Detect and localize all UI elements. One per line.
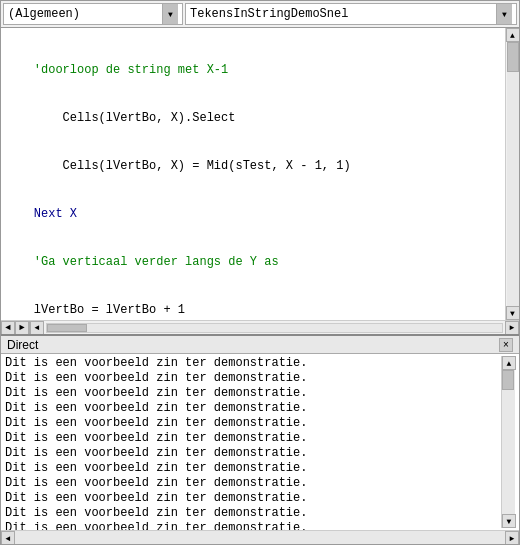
hscroll-thumb[interactable] (47, 324, 87, 332)
main-window: (Algemeen) ▼ TekensInStringDemoSnel ▼ 'd… (0, 0, 520, 545)
code-line: 'Ga verticaal verder langs de Y as (5, 254, 501, 270)
direct-hscroll-track[interactable] (15, 531, 505, 544)
direct-title: Direct (7, 338, 499, 352)
code-line: 'doorloop de string met X-1 (5, 62, 501, 78)
vscroll-track[interactable] (507, 42, 519, 306)
code-scroll-container: 'doorloop de string met X-1 Cells(lVertB… (1, 28, 519, 320)
toolbar: (Algemeen) ▼ TekensInStringDemoSnel ▼ (1, 1, 519, 28)
code-hscrollbar[interactable]: ◄ ► ◄ ► (1, 320, 519, 334)
direct-output-line: Dit is een voorbeeld zin ter demonstrati… (5, 461, 501, 476)
direct-output-line: Dit is een voorbeeld zin ter demonstrati… (5, 476, 501, 491)
code-vscrollbar[interactable]: ▲ ▼ (505, 28, 519, 320)
direct-output-line: Dit is een voorbeeld zin ter demonstrati… (5, 431, 501, 446)
scroll-down-button[interactable]: ▼ (506, 306, 520, 320)
tab-right-button[interactable]: ► (15, 321, 29, 335)
direct-output-line: Dit is een voorbeeld zin ter demonstrati… (5, 386, 501, 401)
code-line: Next X (5, 206, 501, 222)
code-line: lVertBo = lVertBo + 1 (5, 302, 501, 318)
direct-vscroll-thumb[interactable] (502, 370, 514, 390)
direct-scroll-down[interactable]: ▼ (502, 514, 516, 528)
scope-dropdown-value: (Algemeen) (8, 7, 162, 21)
procedure-dropdown[interactable]: TekensInStringDemoSnel ▼ (185, 3, 517, 25)
direct-output-line: Dit is een voorbeeld zin ter demonstrati… (5, 491, 501, 506)
direct-hscrollbar[interactable]: ◄ ► (1, 530, 519, 544)
direct-output-line: Dit is een voorbeeld zin ter demonstrati… (5, 521, 501, 530)
direct-output-line: Dit is een voorbeeld zin ter demonstrati… (5, 371, 501, 386)
direct-output-line: Dit is een voorbeeld zin ter demonstrati… (5, 506, 501, 521)
scope-dropdown[interactable]: (Algemeen) ▼ (3, 3, 183, 25)
direct-panel: Direct × Dit is een voorbeeld zin ter de… (1, 334, 519, 544)
direct-vscrollbar[interactable]: ▲ ▼ (501, 356, 515, 528)
scroll-right-button[interactable]: ► (505, 321, 519, 335)
code-editor: 'doorloop de string met X-1 Cells(lVertB… (1, 28, 519, 334)
procedure-dropdown-arrow[interactable]: ▼ (496, 4, 512, 24)
scroll-left-button[interactable]: ◄ (30, 321, 44, 335)
hscroll-track[interactable] (46, 323, 503, 333)
direct-scroll-right[interactable]: ► (505, 531, 519, 544)
code-scroll-area[interactable]: 'doorloop de string met X-1 Cells(lVertB… (1, 28, 505, 320)
vscroll-thumb[interactable] (507, 42, 519, 72)
code-line: Cells(lVertBo, X).Select (5, 110, 501, 126)
code-line: Cells(lVertBo, X) = Mid(sTest, X - 1, 1) (5, 158, 501, 174)
scroll-up-button[interactable]: ▲ (506, 28, 520, 42)
direct-output-line: Dit is een voorbeeld zin ter demonstrati… (5, 401, 501, 416)
direct-output-line: Dit is een voorbeeld zin ter demonstrati… (5, 416, 501, 431)
direct-scroll-left[interactable]: ◄ (1, 531, 15, 544)
scope-dropdown-arrow[interactable]: ▼ (162, 4, 178, 24)
code-content[interactable]: 'doorloop de string met X-1 Cells(lVertB… (1, 28, 505, 320)
direct-content[interactable]: Dit is een voorbeeld zin ter demonstrati… (1, 354, 519, 530)
direct-vscroll-track[interactable] (502, 370, 515, 514)
close-button[interactable]: × (499, 338, 513, 352)
procedure-dropdown-value: TekensInStringDemoSnel (190, 7, 496, 21)
direct-content-area: Dit is een voorbeeld zin ter demonstrati… (1, 354, 519, 544)
direct-output-line: Dit is een voorbeeld zin ter demonstrati… (5, 446, 501, 461)
direct-header: Direct × (1, 336, 519, 354)
direct-scroll-up[interactable]: ▲ (502, 356, 516, 370)
direct-output-line: Dit is een voorbeeld zin ter demonstrati… (5, 356, 501, 371)
direct-text: Dit is een voorbeeld zin ter demonstrati… (5, 356, 501, 528)
tab-left-button[interactable]: ◄ (1, 321, 15, 335)
